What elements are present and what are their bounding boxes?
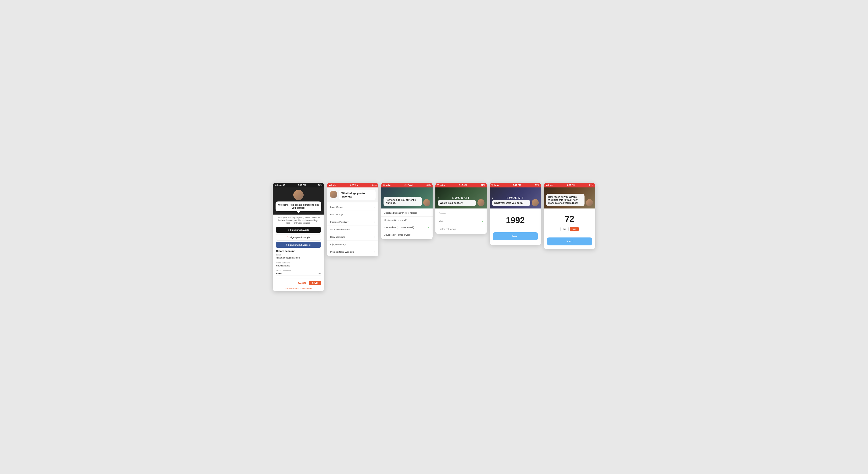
next-button-5[interactable]: Next [493, 232, 538, 240]
apple-button-label: Sign up with Apple [290, 229, 309, 231]
google-icon: G [287, 236, 289, 239]
status-bar-2: Vi India 2:17 AM 31% [327, 183, 378, 187]
carrier-5: Vi India [492, 184, 499, 186]
sign-up-apple-button[interactable]:  Sign up with Apple [276, 227, 321, 233]
menu-item-increase-flexibility[interactable]: Increase Flexibility › [327, 218, 378, 226]
battery-5: 31% [535, 184, 539, 186]
screen5: Vi India 2:17 AM 31% ‹ SWORKIT What year… [490, 183, 541, 245]
back-arrow-3[interactable]: ‹ [383, 196, 385, 200]
year-display[interactable]: 1992 [493, 216, 538, 225]
menu-item-label: Increase Flexibility [330, 221, 348, 223]
time-5: 2:17 AM [513, 184, 521, 186]
facebook-icon: f [286, 244, 286, 246]
back-arrow-4[interactable]: ‹ [438, 196, 439, 200]
option-advanced[interactable]: Advanced (4+ times a week) [381, 231, 433, 239]
weight-units: lbs kgs [547, 227, 592, 231]
gender-prefer-not[interactable]: Prefer not to say [435, 225, 487, 233]
option-label: Beginner (Once a week) [384, 219, 407, 221]
screen2: Vi India 2:17 AM 31% What brings you to … [327, 183, 378, 257]
save-button[interactable]: SAVE [309, 281, 321, 285]
carrier-2: Vi India [329, 184, 336, 186]
gender-label: Prefer not to say [439, 228, 456, 230]
name-field: First & last name Navniet kamal [276, 262, 321, 268]
create-account-title: Create account [276, 250, 321, 252]
status-bar-4: Vi India 2:17 AM 31% [435, 183, 487, 187]
sworkit-logo-4: SWORKIT [452, 196, 470, 199]
terms-link[interactable]: Terms of Service [285, 287, 299, 289]
time-4: 2:17 AM [459, 184, 467, 186]
sworkit-header-5: ‹ SWORKIT What year were you born? [490, 187, 541, 209]
password-field: Choose password •••••••• 👁 [276, 270, 321, 276]
gender-label: Female [439, 212, 446, 215]
screen1-header: Welcome, let's create a profile to get y… [273, 187, 324, 215]
menu-item-injury-recovery[interactable]: Injury Recovery › [327, 241, 378, 248]
sworkit-logo-5: SWORKIT [506, 196, 524, 199]
option-beginner[interactable]: Beginner (Once a week) [381, 217, 433, 224]
screen2-header: What brings you to Sworkit? [327, 187, 378, 203]
menu-item-label: Lose Weight [330, 206, 343, 208]
menu-item-label: Pre/post Natal Workouts [330, 251, 354, 253]
password-input[interactable]: •••••••• 👁 [276, 272, 321, 276]
back-arrow-6[interactable]: ‹ [546, 196, 547, 200]
chevron-icon: › [374, 228, 375, 231]
chevron-icon: › [374, 206, 375, 208]
battery-6: 31% [589, 184, 593, 186]
question-area-2: What brings you to Sworkit? [330, 190, 376, 200]
header-content-5: ‹ SWORKIT [490, 187, 541, 209]
option-intermediate[interactable]: Intermediate (2-3 times a week) ✓ [381, 224, 433, 231]
menu-item-prenatal[interactable]: Pre/post Natal Workouts › [327, 248, 378, 255]
back-arrow-5[interactable]: ‹ [492, 196, 493, 200]
gender-female[interactable]: Female [435, 210, 487, 217]
menu-item-build-strength[interactable]: Build Strength › [327, 211, 378, 218]
name-input[interactable]: Navniet kamal [276, 264, 321, 268]
apple-icon:  [288, 229, 289, 231]
name-label: First & last name [276, 262, 321, 264]
sign-up-google-button[interactable]: G Sign up with Google [276, 234, 321, 241]
carrier-1: Vi India 3G [275, 184, 285, 186]
sworkit-logo-6: SWORKIT [561, 196, 578, 199]
next-button-6[interactable]: Next [547, 238, 592, 245]
menu-item-label: Sports Performance [330, 228, 350, 231]
gender-male[interactable]: Male ✓ [435, 217, 487, 225]
email-field: Email kdkamal001@gmail.com [276, 254, 321, 260]
checkmark-icon: ✓ [428, 226, 429, 229]
eye-icon[interactable]: 👁 [318, 272, 321, 275]
year-body: 1992 Next [490, 209, 541, 245]
privacy-link[interactable]: Privacy Policy [301, 287, 312, 289]
sworkit-logo-3: SWORKIT [398, 196, 415, 199]
header-content-4: ‹ SWORKIT [435, 187, 487, 209]
menu-item-label: Build Strength [330, 213, 344, 216]
battery-3: 31% [427, 184, 431, 186]
chevron-icon: › [374, 236, 375, 238]
status-bar-1: Vi India 3G 8:00 PM 56% [273, 183, 324, 187]
password-label: Choose password [276, 270, 321, 272]
email-input[interactable]: kdkamal001@gmail.com [276, 256, 321, 260]
battery-1: 56% [318, 184, 322, 186]
screen6: Vi India 2:17 AM 31% ‹ SWORKIT How much … [544, 183, 595, 249]
sign-up-facebook-button[interactable]: f Sign up with Facebook [276, 242, 321, 248]
chevron-icon: › [374, 243, 375, 246]
menu-item-label: Injury Recovery [330, 243, 346, 246]
chevron-icon: › [374, 221, 375, 223]
chevron-icon: › [374, 251, 375, 253]
kgs-button[interactable]: kgs [570, 227, 579, 231]
battery-2: 31% [372, 184, 376, 186]
screen3: Vi India 2:17 AM 31% ‹ SWORKIT How often… [381, 183, 433, 239]
form-footer: CANCEL SAVE [276, 279, 321, 285]
menu-item-daily-workouts[interactable]: Daily Workouts › [327, 233, 378, 241]
weight-body: 72 lbs kgs Next [544, 209, 595, 249]
menu-item-sports-performance[interactable]: Sports Performance › [327, 226, 378, 233]
menu-item-lose-weight[interactable]: Lose Weight › [327, 203, 378, 211]
weight-display[interactable]: 72 [547, 214, 592, 224]
option-absolute-beginner[interactable]: Absolute Beginner (New to fitness) [381, 210, 433, 217]
sworkit-header-4: ‹ SWORKIT What's your gender? [435, 187, 487, 209]
screen1-body: This is your first step to getting AND S… [273, 215, 324, 291]
carrier-3: Vi India [383, 184, 391, 186]
header-content-3: ‹ SWORKIT [381, 187, 433, 209]
terms-row: Terms of Service Privacy Policy [276, 287, 321, 289]
cancel-button[interactable]: CANCEL [298, 282, 307, 284]
checkmark-icon: ✓ [482, 220, 484, 222]
option-list-3: Absolute Beginner (New to fitness) Begin… [381, 209, 433, 239]
lbs-button[interactable]: lbs [560, 227, 569, 231]
gender-label: Male [439, 220, 444, 222]
